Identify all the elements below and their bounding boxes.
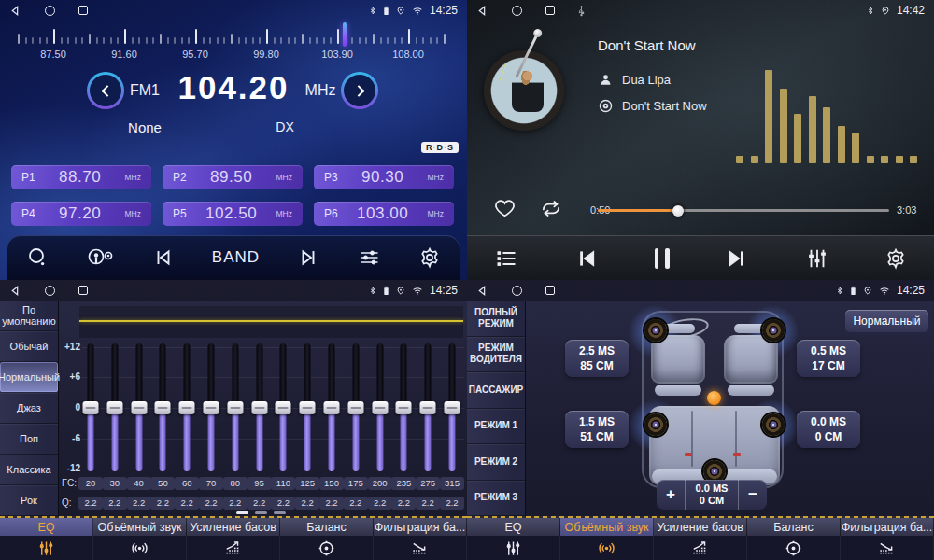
delay-plus-button[interactable]: + [657, 480, 685, 510]
eq-band-slider[interactable] [175, 343, 199, 471]
front-right-delay-button[interactable]: 0.5 MS17 CM [797, 340, 860, 377]
rear-left-delay-button[interactable]: 1.5 MS51 CM [565, 411, 629, 448]
balance-icon[interactable] [747, 536, 841, 560]
eq-band-slider[interactable] [295, 343, 319, 471]
next-track-icon[interactable] [724, 246, 750, 271]
bands-scrollbar[interactable] [236, 511, 286, 514]
progress-bar[interactable] [598, 209, 889, 212]
eq-band-slider[interactable] [271, 343, 295, 471]
listening-mode-item[interactable]: РЕЖИМ 1 [467, 409, 525, 445]
tab-eq-sliders[interactable]: EQ [467, 518, 560, 536]
rear-right-speaker-icon[interactable] [762, 413, 785, 436]
preset-p3[interactable]: P390.30MHz [314, 165, 454, 189]
rear-right-delay-button[interactable]: 0.0 MS0 CM [797, 411, 860, 448]
repeat-icon[interactable] [538, 198, 564, 223]
playlist-icon[interactable] [494, 247, 518, 270]
home-icon[interactable] [45, 286, 55, 296]
home-icon[interactable] [512, 6, 522, 16]
surround-sound-icon[interactable] [560, 536, 654, 560]
eq-sliders-icon[interactable] [0, 536, 93, 560]
surround-sound-icon[interactable] [93, 536, 187, 560]
listening-mode-item[interactable]: ПОЛНЫЙ РЕЖИМ [467, 301, 525, 337]
back-icon[interactable] [9, 5, 21, 17]
listening-position-dot[interactable] [707, 391, 721, 405]
eq-band-slider[interactable] [248, 343, 272, 471]
eq-band-slider[interactable] [199, 343, 223, 471]
listening-mode-item[interactable]: РЕЖИМ 3 [467, 481, 525, 517]
tab-eq-sliders[interactable]: EQ [0, 518, 93, 536]
favorite-heart-icon[interactable] [493, 198, 517, 223]
bass-filter-icon[interactable] [841, 536, 934, 560]
listening-mode-item[interactable]: ПАССАЖИР [467, 372, 525, 409]
recents-icon[interactable] [78, 286, 88, 295]
eq-preset-item[interactable]: По умолчанию [0, 301, 58, 331]
dial-ticks[interactable] [0, 26, 467, 47]
listening-mode-item[interactable]: РЕЖИМ ВОДИТЕЛЯ [467, 337, 525, 373]
tab-balance[interactable]: Баланс [280, 518, 374, 536]
broadcast-icon[interactable] [86, 246, 114, 269]
next-station-icon[interactable] [297, 246, 321, 269]
total-time: 3:03 [897, 204, 916, 216]
eq-band-slider[interactable] [127, 343, 151, 471]
tab-bass-boost[interactable]: Усиление басов [187, 518, 280, 536]
preset-p4[interactable]: P497.20MHz [11, 202, 151, 226]
previous-track-icon[interactable] [573, 246, 600, 271]
tab-surround-sound[interactable]: Объёмный звук [560, 518, 654, 536]
eq-band-slider[interactable] [319, 343, 344, 471]
eq-band-slider[interactable] [344, 343, 368, 471]
listening-mode-item[interactable]: РЕЖИМ 2 [467, 444, 525, 481]
front-right-speaker-icon[interactable] [762, 319, 785, 342]
eq-band-slider[interactable] [368, 343, 392, 471]
pause-icon[interactable] [655, 248, 670, 269]
seek-up-button[interactable] [341, 72, 378, 109]
delay-minus-button[interactable]: − [739, 480, 767, 510]
back-icon[interactable] [9, 285, 21, 297]
eq-preset-item[interactable]: Обычай [0, 331, 58, 362]
previous-station-icon[interactable] [150, 246, 175, 269]
preset-p2[interactable]: P289.50MHz [163, 165, 303, 189]
recents-icon[interactable] [545, 286, 555, 295]
band-button[interactable]: BAND [212, 248, 260, 267]
preset-p6[interactable]: P6103.00MHz [314, 202, 454, 226]
scan-search-icon[interactable] [26, 246, 49, 269]
eq-band-slider[interactable] [150, 343, 175, 471]
eq-band-slider[interactable] [103, 343, 127, 471]
home-icon[interactable] [45, 6, 55, 16]
front-left-delay-button[interactable]: 2.5 MS85 CM [565, 340, 629, 377]
tab-bass-filter[interactable]: Фильтрация ба... [374, 518, 467, 536]
eq-band-slider[interactable] [78, 343, 103, 471]
eq-preset-item[interactable]: Поп [0, 424, 58, 455]
bass-filter-icon[interactable] [374, 536, 467, 560]
seek-down-button[interactable] [87, 72, 124, 109]
recents-icon[interactable] [545, 6, 555, 15]
eq-band-slider[interactable] [440, 343, 464, 471]
sound-preset-button[interactable]: Нормальный [845, 310, 928, 332]
tab-balance[interactable]: Баланс [747, 518, 841, 536]
eq-band-slider[interactable] [391, 343, 416, 471]
back-icon[interactable] [476, 5, 488, 17]
q-value: 2.2 [295, 497, 319, 510]
tab-bass-boost[interactable]: Усиление басов [654, 518, 747, 536]
preset-p5[interactable]: P5102.50MHz [163, 202, 303, 226]
eq-preset-item[interactable]: Нормальный [0, 362, 58, 393]
eq-sliders-icon[interactable] [467, 536, 560, 560]
tuner-settings-icon[interactable] [358, 246, 381, 269]
front-left-speaker-icon[interactable] [644, 319, 667, 342]
balance-icon[interactable] [280, 536, 374, 560]
settings-gear-icon[interactable] [418, 246, 441, 269]
home-icon[interactable] [512, 286, 522, 296]
preset-p1[interactable]: P188.70MHz [11, 165, 151, 189]
recents-icon[interactable] [78, 6, 88, 15]
bass-boost-icon[interactable] [187, 536, 280, 560]
back-icon[interactable] [476, 285, 488, 297]
eq-band-slider[interactable] [223, 343, 248, 471]
rear-left-speaker-icon[interactable] [644, 413, 667, 436]
tab-bass-filter[interactable]: Фильтрация ба... [841, 518, 934, 536]
bass-boost-icon[interactable] [654, 536, 747, 560]
progress-handle[interactable] [672, 205, 684, 217]
eq-band-slider[interactable] [416, 343, 440, 471]
eq-preset-item[interactable]: Джаз [0, 393, 58, 424]
equalizer-icon[interactable] [805, 246, 829, 271]
tab-surround-sound[interactable]: Объёмный звук [93, 518, 187, 536]
settings-gear-icon[interactable] [884, 247, 907, 270]
